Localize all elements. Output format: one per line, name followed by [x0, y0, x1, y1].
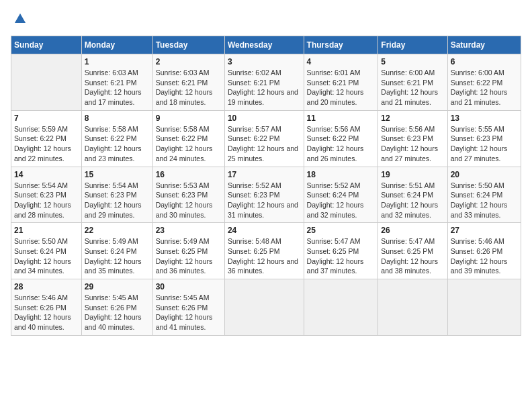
- day-info: Sunrise: 5:52 AMSunset: 6:24 PMDaylight:…: [307, 181, 375, 220]
- day-info: Sunrise: 5:54 AMSunset: 6:23 PMDaylight:…: [85, 181, 150, 220]
- calendar-cell: 21Sunrise: 5:50 AMSunset: 6:24 PMDayligh…: [11, 223, 82, 279]
- calendar-cell: 2Sunrise: 6:03 AMSunset: 6:21 PMDaylight…: [152, 54, 224, 111]
- logo-icon: [12, 11, 28, 27]
- day-info: Sunrise: 5:48 AMSunset: 6:25 PMDaylight:…: [228, 236, 301, 276]
- calendar-cell: 13Sunrise: 5:55 AMSunset: 6:23 PMDayligh…: [447, 110, 521, 167]
- calendar-cell: 22Sunrise: 5:49 AMSunset: 6:24 PMDayligh…: [81, 223, 152, 279]
- day-info: Sunrise: 6:01 AMSunset: 6:21 PMDaylight:…: [307, 68, 375, 107]
- calendar-week-5: 28Sunrise: 5:46 AMSunset: 6:26 PMDayligh…: [11, 279, 521, 336]
- calendar-cell: 3Sunrise: 6:02 AMSunset: 6:21 PMDaylight…: [224, 54, 304, 111]
- header-sunday: Sunday: [11, 36, 82, 54]
- day-info: Sunrise: 5:46 AMSunset: 6:26 PMDaylight:…: [451, 236, 518, 276]
- calendar-week-3: 14Sunrise: 5:54 AMSunset: 6:23 PMDayligh…: [11, 167, 521, 223]
- calendar-cell: 16Sunrise: 5:53 AMSunset: 6:23 PMDayligh…: [152, 167, 224, 223]
- calendar-table: SundayMondayTuesdayWednesdayThursdayFrid…: [11, 36, 521, 336]
- calendar-cell: 7Sunrise: 5:59 AMSunset: 6:22 PMDaylight…: [11, 110, 82, 167]
- calendar-cell: 26Sunrise: 5:47 AMSunset: 6:25 PMDayligh…: [378, 223, 447, 279]
- day-info: Sunrise: 5:58 AMSunset: 6:22 PMDaylight:…: [156, 124, 222, 164]
- day-number: 23: [156, 226, 222, 235]
- day-number: 22: [85, 226, 150, 235]
- calendar-cell: [304, 279, 378, 336]
- day-info: Sunrise: 5:49 AMSunset: 6:24 PMDaylight:…: [85, 236, 150, 276]
- calendar-cell: 27Sunrise: 5:46 AMSunset: 6:26 PMDayligh…: [447, 223, 521, 279]
- day-info: Sunrise: 5:55 AMSunset: 6:23 PMDaylight:…: [451, 124, 518, 164]
- day-number: 14: [14, 170, 79, 179]
- day-number: 2: [156, 57, 222, 66]
- day-number: 1: [85, 57, 150, 66]
- day-info: Sunrise: 5:45 AMSunset: 6:26 PMDaylight:…: [156, 293, 222, 332]
- calendar-cell: 29Sunrise: 5:45 AMSunset: 6:26 PMDayligh…: [81, 279, 152, 336]
- svg-marker-0: [15, 13, 26, 23]
- day-number: 21: [14, 226, 79, 235]
- calendar-cell: 17Sunrise: 5:52 AMSunset: 6:23 PMDayligh…: [224, 167, 304, 223]
- calendar-cell: 14Sunrise: 5:54 AMSunset: 6:23 PMDayligh…: [11, 167, 82, 223]
- day-info: Sunrise: 5:56 AMSunset: 6:23 PMDaylight:…: [381, 124, 444, 164]
- day-number: 6: [451, 57, 518, 66]
- day-number: 17: [228, 170, 301, 179]
- calendar-cell: 25Sunrise: 5:47 AMSunset: 6:25 PMDayligh…: [304, 223, 378, 279]
- day-info: Sunrise: 5:51 AMSunset: 6:24 PMDaylight:…: [381, 181, 444, 220]
- calendar-cell: 18Sunrise: 5:52 AMSunset: 6:24 PMDayligh…: [304, 167, 378, 223]
- calendar-cell: [447, 279, 521, 336]
- calendar-body: 1Sunrise: 6:03 AMSunset: 6:21 PMDaylight…: [11, 54, 521, 336]
- day-number: 9: [156, 113, 222, 123]
- calendar-cell: 9Sunrise: 5:58 AMSunset: 6:22 PMDaylight…: [152, 110, 224, 167]
- day-number: 13: [451, 113, 518, 123]
- day-info: Sunrise: 5:53 AMSunset: 6:23 PMDaylight:…: [156, 181, 222, 220]
- calendar-cell: 11Sunrise: 5:56 AMSunset: 6:22 PMDayligh…: [304, 110, 378, 167]
- day-info: Sunrise: 5:46 AMSunset: 6:26 PMDaylight:…: [14, 293, 79, 332]
- day-info: Sunrise: 5:47 AMSunset: 6:25 PMDaylight:…: [307, 236, 375, 276]
- day-number: 5: [381, 57, 444, 66]
- calendar-cell: 10Sunrise: 5:57 AMSunset: 6:22 PMDayligh…: [224, 110, 304, 167]
- calendar-week-1: 1Sunrise: 6:03 AMSunset: 6:21 PMDaylight…: [11, 54, 521, 111]
- day-number: 27: [451, 226, 518, 235]
- day-number: 18: [307, 170, 375, 179]
- day-info: Sunrise: 6:03 AMSunset: 6:21 PMDaylight:…: [156, 68, 222, 107]
- calendar-week-2: 7Sunrise: 5:59 AMSunset: 6:22 PMDaylight…: [11, 110, 521, 167]
- day-info: Sunrise: 5:59 AMSunset: 6:22 PMDaylight:…: [14, 124, 79, 164]
- day-info: Sunrise: 6:00 AMSunset: 6:21 PMDaylight:…: [381, 68, 444, 107]
- calendar-cell: 6Sunrise: 6:00 AMSunset: 6:22 PMDaylight…: [447, 54, 521, 111]
- calendar-cell: 15Sunrise: 5:54 AMSunset: 6:23 PMDayligh…: [81, 167, 152, 223]
- logo-text: [11, 11, 28, 30]
- day-info: Sunrise: 6:00 AMSunset: 6:22 PMDaylight:…: [451, 68, 518, 107]
- day-info: Sunrise: 5:45 AMSunset: 6:26 PMDaylight:…: [85, 293, 150, 332]
- day-number: 26: [381, 226, 444, 235]
- calendar-cell: 1Sunrise: 6:03 AMSunset: 6:21 PMDaylight…: [81, 54, 152, 111]
- day-number: 24: [228, 226, 301, 235]
- day-number: 4: [307, 57, 375, 66]
- calendar-cell: 23Sunrise: 5:49 AMSunset: 6:25 PMDayligh…: [152, 223, 224, 279]
- day-number: 3: [228, 57, 301, 66]
- calendar-cell: 5Sunrise: 6:00 AMSunset: 6:21 PMDaylight…: [378, 54, 447, 111]
- calendar-week-4: 21Sunrise: 5:50 AMSunset: 6:24 PMDayligh…: [11, 223, 521, 279]
- day-number: 16: [156, 170, 222, 179]
- day-info: Sunrise: 5:50 AMSunset: 6:24 PMDaylight:…: [451, 181, 518, 220]
- calendar-cell: [224, 279, 304, 336]
- header-tuesday: Tuesday: [152, 36, 224, 54]
- calendar-cell: [378, 279, 447, 336]
- day-info: Sunrise: 6:03 AMSunset: 6:21 PMDaylight:…: [85, 68, 150, 107]
- header-friday: Friday: [378, 36, 447, 54]
- day-info: Sunrise: 5:50 AMSunset: 6:24 PMDaylight:…: [14, 236, 79, 276]
- calendar-cell: 28Sunrise: 5:46 AMSunset: 6:26 PMDayligh…: [11, 279, 82, 336]
- day-number: 20: [451, 170, 518, 179]
- day-info: Sunrise: 5:47 AMSunset: 6:25 PMDaylight:…: [381, 236, 444, 276]
- day-number: 30: [156, 282, 222, 291]
- day-number: 15: [85, 170, 150, 179]
- calendar-cell: [11, 54, 82, 111]
- day-info: Sunrise: 5:49 AMSunset: 6:25 PMDaylight:…: [156, 236, 222, 276]
- day-number: 11: [307, 113, 375, 123]
- day-number: 7: [14, 113, 79, 123]
- calendar-cell: 20Sunrise: 5:50 AMSunset: 6:24 PMDayligh…: [447, 167, 521, 223]
- day-number: 29: [85, 282, 150, 291]
- header-monday: Monday: [81, 36, 152, 54]
- calendar-cell: 12Sunrise: 5:56 AMSunset: 6:23 PMDayligh…: [378, 110, 447, 167]
- day-number: 10: [228, 113, 301, 123]
- day-number: 8: [85, 113, 150, 123]
- day-number: 25: [307, 226, 375, 235]
- header-thursday: Thursday: [304, 36, 378, 54]
- page-header: [11, 11, 521, 30]
- calendar-cell: 8Sunrise: 5:58 AMSunset: 6:22 PMDaylight…: [81, 110, 152, 167]
- calendar-cell: 19Sunrise: 5:51 AMSunset: 6:24 PMDayligh…: [378, 167, 447, 223]
- header-wednesday: Wednesday: [224, 36, 304, 54]
